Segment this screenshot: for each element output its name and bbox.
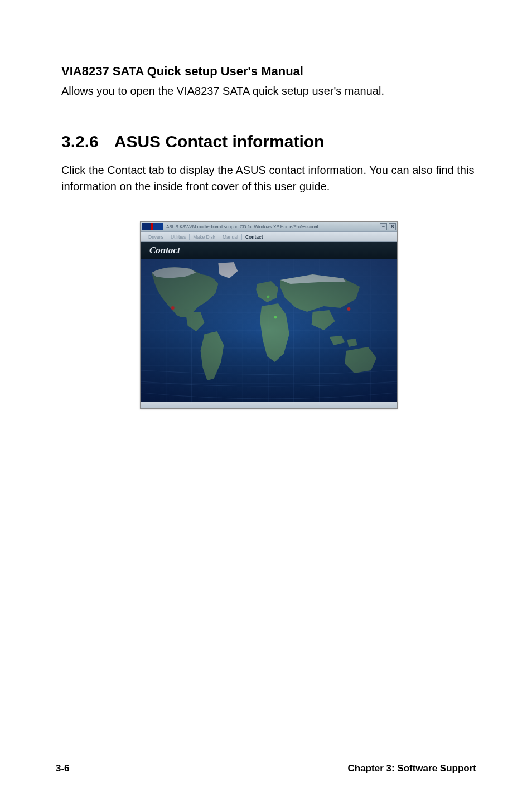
screenshot-container: ASUS K8V-VM motherboard support CD for W… bbox=[61, 221, 476, 409]
tab-bar: Drivers Utilities Make Disk Manual Conta… bbox=[141, 232, 397, 242]
tab-drivers[interactable]: Drivers bbox=[145, 234, 167, 240]
tab-manual[interactable]: Manual bbox=[219, 234, 242, 240]
page-number: 3-6 bbox=[56, 763, 70, 774]
tab-contact[interactable]: Contact bbox=[242, 234, 267, 240]
window-bottom-strip bbox=[141, 402, 397, 408]
section-number: 3.2.6 bbox=[61, 132, 99, 151]
close-button[interactable]: ✕ bbox=[389, 223, 396, 230]
subsection-title: VIA8237 SATA Quick setup User's Manual bbox=[61, 64, 476, 79]
page-footer: 3-6 Chapter 3: Software Support bbox=[56, 755, 476, 774]
content-header: Contact bbox=[141, 242, 397, 259]
window-titlebar: ASUS K8V-VM motherboard support CD for W… bbox=[141, 222, 397, 232]
tab-utilities[interactable]: Utilities bbox=[167, 234, 190, 240]
tab-make-disk[interactable]: Make Disk bbox=[190, 234, 219, 240]
content-header-label: Contact bbox=[149, 245, 180, 256]
app-window: ASUS K8V-VM motherboard support CD for W… bbox=[140, 221, 398, 409]
section-title: ASUS Contact information bbox=[114, 132, 325, 151]
world-map-image bbox=[141, 259, 397, 402]
section-body: Click the Contact tab to display the ASU… bbox=[61, 162, 476, 195]
asus-logo bbox=[142, 223, 163, 230]
chapter-label: Chapter 3: Software Support bbox=[348, 763, 476, 774]
window-title: ASUS K8V-VM motherboard support CD for W… bbox=[166, 224, 380, 229]
minimize-button[interactable]: − bbox=[380, 223, 387, 230]
svg-rect-21 bbox=[141, 259, 397, 402]
subsection-body: Allows you to open the VIA8237 SATA quic… bbox=[61, 83, 476, 99]
